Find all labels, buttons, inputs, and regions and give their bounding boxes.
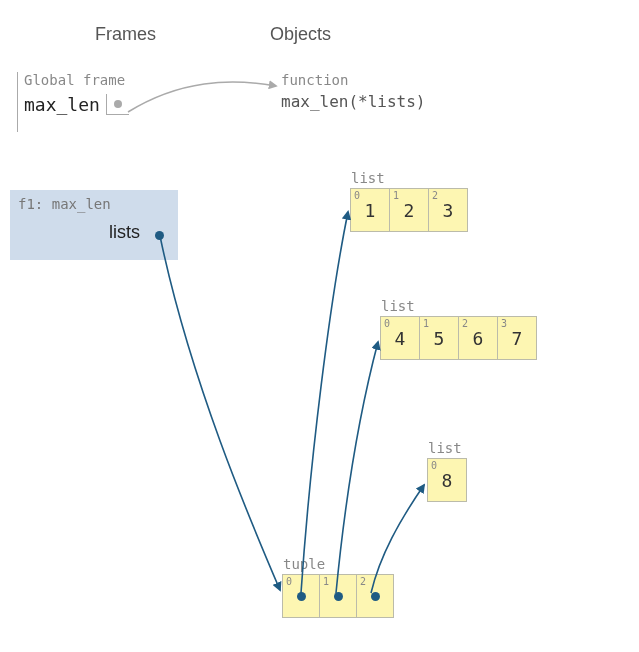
pointer-dot	[334, 592, 343, 601]
list-cell: 23	[428, 188, 468, 232]
cell-val: 7	[512, 328, 523, 349]
cell-val: 8	[442, 470, 453, 491]
f1-frame: f1: max_len lists	[10, 190, 178, 260]
list-cell: 26	[458, 316, 498, 360]
pointer-dot	[155, 231, 164, 240]
pointer-dot	[371, 592, 380, 601]
pointer-dot	[114, 100, 122, 108]
list-label-0: list	[351, 170, 385, 186]
tuple: 0 1 2	[283, 574, 394, 618]
list-cell: 37	[497, 316, 537, 360]
list-cell: 01	[350, 188, 390, 232]
pointer-dot	[297, 592, 306, 601]
tuple-cell: 1	[319, 574, 357, 618]
tuple-cell: 2	[356, 574, 394, 618]
list-cell: 04	[380, 316, 420, 360]
global-frame-title: Global frame	[24, 72, 182, 88]
list-label-1: list	[381, 298, 415, 314]
cell-val: 2	[404, 200, 415, 221]
list-1: 04 15 26 37	[381, 316, 537, 360]
frames-header: Frames	[95, 24, 156, 45]
list-label-2: list	[428, 440, 462, 456]
cell-val: 6	[473, 328, 484, 349]
cell-val: 1	[365, 200, 376, 221]
global-frame: Global frame max_len	[17, 72, 182, 132]
global-var-name: max_len	[24, 94, 100, 115]
list-cell: 15	[419, 316, 459, 360]
list-2: 08	[428, 458, 467, 502]
tuple-cell: 0	[282, 574, 320, 618]
f1-var-row: lists	[18, 222, 170, 243]
cell-val: 4	[395, 328, 406, 349]
objects-header: Objects	[270, 24, 331, 45]
list-0: 01 12 23	[351, 188, 468, 232]
cell-val: 5	[434, 328, 445, 349]
global-var-row: max_len	[24, 94, 182, 115]
f1-frame-title: f1: max_len	[18, 196, 170, 212]
function-label: function	[281, 72, 348, 88]
list-cell: 12	[389, 188, 429, 232]
function-signature: max_len(*lists)	[281, 92, 426, 111]
cell-val: 3	[443, 200, 454, 221]
global-var-box	[106, 94, 129, 115]
f1-var-name: lists	[109, 222, 140, 242]
list-cell: 08	[427, 458, 467, 502]
tuple-label: tuple	[283, 556, 325, 572]
